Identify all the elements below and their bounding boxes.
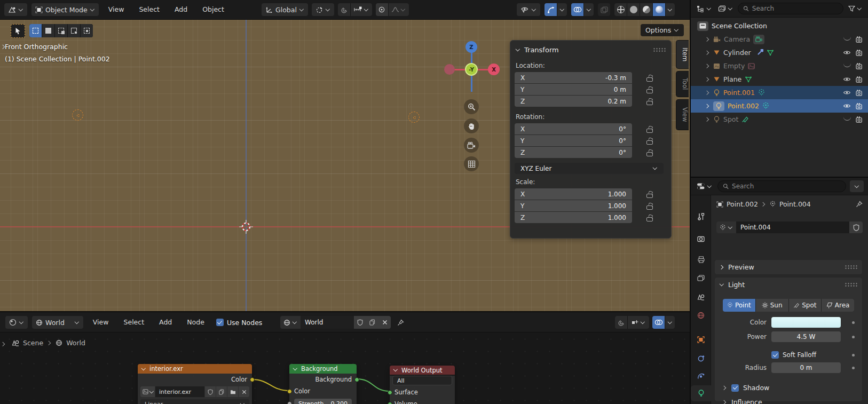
menu-add[interactable]: Add: [154, 316, 177, 329]
eye-open-icon[interactable]: [843, 76, 851, 82]
outliner-row-scene-collection[interactable]: Scene Collection: [691, 19, 868, 33]
proportional-falloff-dropdown[interactable]: [389, 3, 409, 16]
outliner-search[interactable]: [738, 3, 843, 14]
tab-tool[interactable]: [691, 209, 711, 225]
outliner-row-spot[interactable]: Spot: [691, 113, 868, 126]
lock-icon[interactable]: [646, 86, 653, 93]
overlays-toggle-button[interactable]: [571, 3, 583, 16]
select-extend-button[interactable]: [42, 24, 54, 37]
sidebar-tab-item[interactable]: Item: [676, 40, 689, 69]
expand-icon[interactable]: [705, 51, 710, 54]
proportional-editing-button[interactable]: [376, 3, 388, 16]
light-color-swatch[interactable]: [771, 317, 841, 328]
menu-view[interactable]: View: [103, 3, 130, 16]
fake-user-button[interactable]: [205, 386, 216, 397]
eye-open-icon[interactable]: [843, 50, 851, 56]
search-input[interactable]: [752, 5, 838, 12]
pivot-point-dropdown[interactable]: [312, 3, 334, 16]
disable-render-icon[interactable]: [856, 103, 864, 109]
gizmo-y-ball[interactable]: -Y: [465, 63, 478, 76]
point-light-data-icon[interactable]: [762, 102, 769, 110]
rotation-mode-dropdown[interactable]: XYZ Euler: [515, 163, 664, 174]
scale-z-field[interactable]: Z1.000: [515, 212, 632, 223]
region-expand-icon[interactable]: [1, 342, 6, 346]
panel-grip[interactable]: [653, 47, 666, 52]
colorspace-dropdown[interactable]: Linear: [140, 399, 249, 404]
shader-type-dropdown[interactable]: World: [32, 316, 83, 329]
node-world-output[interactable]: World Output All Surface Volume: [390, 366, 455, 404]
expand-icon[interactable]: [705, 77, 710, 81]
camera-view-button[interactable]: [464, 138, 479, 153]
3d-viewport[interactable]: Object Mode View Select Add Object Globa…: [0, 0, 690, 311]
preview-panel[interactable]: Preview: [714, 259, 863, 275]
light-type-sun[interactable]: Sun: [756, 299, 788, 312]
mesh-data-icon[interactable]: [767, 50, 774, 56]
snap-with-dropdown[interactable]: [628, 316, 649, 329]
hide-viewport-icon[interactable]: [843, 36, 851, 41]
location-y-field[interactable]: Y0 m: [515, 84, 632, 95]
color-output-socket[interactable]: [250, 377, 255, 382]
breadcrumb-scene[interactable]: Scene: [23, 339, 43, 347]
breadcrumb-data[interactable]: Point.004: [779, 200, 811, 208]
lock-icon[interactable]: [646, 214, 653, 221]
color-input-socket[interactable]: [287, 389, 292, 394]
pan-button[interactable]: [464, 118, 479, 133]
browse-button[interactable]: [227, 386, 238, 397]
select-invert-button[interactable]: [68, 24, 80, 37]
disable-render-icon[interactable]: [856, 36, 864, 43]
node-header[interactable]: World Output: [390, 366, 455, 375]
outliner-row-plane[interactable]: Plane: [691, 73, 868, 86]
mesh-data-icon[interactable]: [745, 76, 752, 83]
lock-icon[interactable]: [646, 137, 653, 144]
animate-dot[interactable]: [852, 321, 855, 324]
gizmo-neg-z-ball[interactable]: [466, 86, 477, 97]
id-name-field[interactable]: Point.004: [736, 221, 849, 233]
rotation-y-field[interactable]: Y0°: [515, 135, 632, 146]
disable-render-icon[interactable]: [856, 76, 864, 83]
pin-icon[interactable]: [856, 201, 863, 208]
mode-dropdown[interactable]: Object Mode: [31, 3, 99, 16]
gizmo-neg-x-ball[interactable]: [444, 64, 455, 75]
shader-editor[interactable]: World View Select Add Node Use Nodes Wor…: [0, 311, 690, 404]
tab-object-data[interactable]: [691, 385, 711, 401]
expand-icon[interactable]: [705, 91, 710, 94]
copy-button[interactable]: [216, 386, 227, 397]
menu-node[interactable]: Node: [182, 316, 210, 329]
power-field[interactable]: 4.5 W: [771, 331, 841, 342]
snap-toggle-button[interactable]: [338, 3, 350, 16]
disable-render-icon[interactable]: [856, 50, 864, 56]
animate-dot[interactable]: [852, 354, 855, 357]
lock-icon[interactable]: [646, 202, 653, 209]
show-hide-dropdown[interactable]: [517, 3, 540, 16]
lock-icon[interactable]: [646, 125, 653, 132]
menu-select[interactable]: Select: [119, 316, 150, 329]
options-dropdown[interactable]: Options: [641, 24, 684, 36]
image-name-field[interactable]: interior.exr: [155, 386, 204, 397]
background-output-socket[interactable]: [354, 377, 359, 382]
node-background[interactable]: Background Background Color Strength 0.2…: [289, 364, 357, 404]
world-id-dropdown[interactable]: [280, 316, 301, 329]
breadcrumb-object[interactable]: Point.002: [727, 200, 758, 208]
tab-physics[interactable]: [691, 368, 711, 384]
disable-render-icon[interactable]: [856, 90, 864, 96]
tab-world[interactable]: [691, 307, 711, 323]
properties-search[interactable]: [717, 180, 846, 192]
point-light-data-icon[interactable]: [758, 89, 765, 97]
point-light-gizmo[interactable]: [72, 109, 83, 121]
select-new-button[interactable]: [29, 24, 42, 37]
collapse-icon[interactable]: [516, 48, 520, 52]
lock-icon[interactable]: [646, 74, 653, 81]
collapse-icon[interactable]: [720, 283, 724, 287]
tab-scene[interactable]: [691, 289, 711, 305]
node-header[interactable]: Background: [289, 364, 357, 374]
animate-dot[interactable]: [852, 367, 855, 369]
fake-user-button[interactable]: [849, 221, 863, 233]
tab-constraints[interactable]: [691, 350, 711, 366]
light-type-spot[interactable]: Spot: [789, 299, 822, 312]
sidebar-tab-view[interactable]: View: [676, 99, 689, 130]
editor-type-button[interactable]: [695, 5, 713, 12]
surface-input-socket[interactable]: [388, 390, 392, 395]
shading-wireframe-button[interactable]: [614, 3, 627, 16]
select-subtract-button[interactable]: [55, 24, 67, 37]
pin-icon[interactable]: [397, 319, 404, 326]
